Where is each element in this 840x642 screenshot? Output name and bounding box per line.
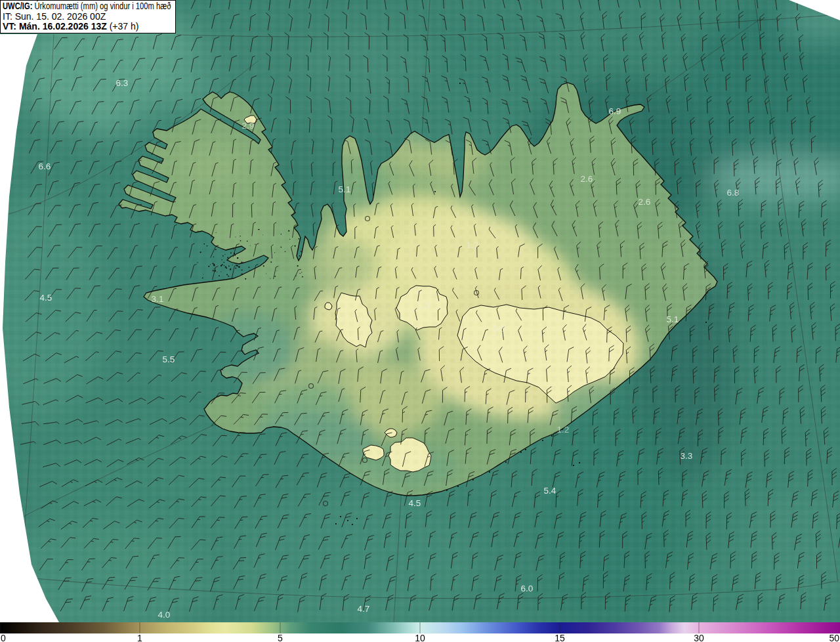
svg-text:10: 10 [415,633,425,642]
svg-text:2.6: 2.6 [639,197,651,207]
svg-text:5: 5 [278,633,283,642]
svg-text:6.3: 6.3 [116,78,129,88]
svg-text:50: 50 [829,633,839,642]
svg-text:6.9: 6.9 [609,106,621,116]
svg-text:1.0: 1.0 [417,301,430,310]
svg-text:6.0: 6.0 [521,584,534,593]
svg-text:2.9: 2.9 [242,121,255,131]
svg-text:5.1: 5.1 [667,314,679,324]
svg-text:6.8: 6.8 [727,188,740,198]
svg-text:1: 1 [137,633,142,642]
svg-text:4.0: 4.0 [158,610,171,620]
svg-text:5.5: 5.5 [163,354,175,364]
svg-text:15: 15 [555,633,565,642]
svg-text:5.1: 5.1 [339,184,351,194]
svg-text:1.2: 1.2 [557,425,570,435]
svg-text:30: 30 [694,633,704,642]
svg-text:1.7: 1.7 [467,240,479,250]
svg-text:3.3: 3.3 [681,451,693,461]
svg-text:2.6: 2.6 [581,174,593,184]
svg-text:6.6: 6.6 [39,161,51,171]
svg-text:0.8: 0.8 [493,324,505,333]
svg-text:5.4: 5.4 [544,486,556,496]
svg-text:0: 0 [1,633,6,642]
svg-text:3.1: 3.1 [152,294,164,304]
svg-text:4.5: 4.5 [409,498,421,508]
svg-text:4.7: 4.7 [358,604,370,614]
svg-text:4.5: 4.5 [40,293,52,303]
